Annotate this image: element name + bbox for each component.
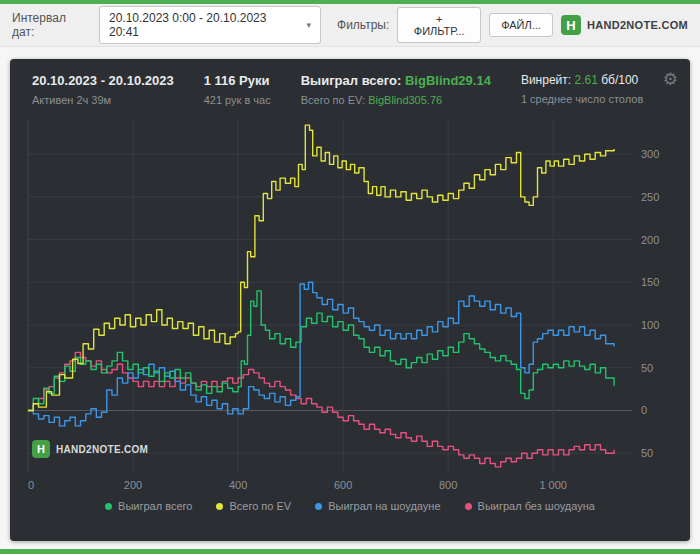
- x-axis-tick: 600: [334, 479, 352, 491]
- y-axis-tick: 250: [641, 191, 659, 203]
- stats-header: 20.10.2023 - 20.10.2023 Активен 2ч 39м 1…: [10, 59, 690, 114]
- stat-active-time: Активен 2ч 39м: [32, 94, 174, 106]
- won-total-value: BigBlind29.14: [405, 73, 491, 88]
- ev-total-label: Всего по EV:: [301, 94, 365, 106]
- brand-text: HAND2NOTE.COM: [587, 19, 688, 31]
- legend-label: Выиграл всего: [118, 500, 192, 512]
- y-axis-tick: 50: [641, 362, 653, 374]
- toolbar: Интервал дат: 20.10.2023 0:00 - 20.10.20…: [0, 4, 700, 47]
- y-axis-tick: 50: [641, 447, 653, 459]
- legend-item[interactable]: Выиграл на шоудауне: [315, 500, 440, 512]
- window-bottom-border: [0, 549, 700, 554]
- x-axis-tick: 800: [439, 479, 457, 491]
- legend-dot-icon: [465, 503, 472, 510]
- filters-label: Фильтры:: [337, 18, 389, 32]
- file-button[interactable]: ФАЙЛ...: [489, 13, 553, 37]
- watermark: H HAND2NOTE.COM: [32, 440, 148, 458]
- y-axis-tick: 200: [641, 234, 659, 246]
- date-range-select[interactable]: 20.10.2023 0:00 - 20.10.2023 20:41 ▾: [99, 6, 321, 44]
- won-total-label: Выиграл всего:: [301, 73, 402, 88]
- gear-icon[interactable]: ⚙: [663, 71, 678, 88]
- x-axis-tick: 1 000: [539, 479, 567, 491]
- date-range-value: 20.10.2023 0:00 - 20.10.2023 20:41: [109, 11, 299, 39]
- stat-hands: 1 116 Руки 421 рук в час: [204, 73, 271, 106]
- legend-dot-icon: [315, 503, 322, 510]
- add-filter-button[interactable]: + ФИЛЬТР...: [397, 7, 481, 43]
- legend-label: Выиграл на шоудауне: [328, 500, 440, 512]
- avg-tables: 1 среднее число столов: [521, 93, 643, 105]
- legend-label: Выиграл без шоудауна: [478, 500, 595, 512]
- legend-dot-icon: [105, 503, 112, 510]
- stat-winrate: Винрейт: 2.61 бб/100 1 среднее число сто…: [521, 73, 643, 105]
- legend-item[interactable]: Выиграл без шоудауна: [465, 500, 595, 512]
- legend-item[interactable]: Всего по EV: [216, 500, 291, 512]
- y-axis-tick: 300: [641, 148, 659, 160]
- legend-item[interactable]: Выиграл всего: [105, 500, 192, 512]
- legend-label: Всего по EV: [229, 500, 291, 512]
- series-line: [28, 282, 614, 426]
- chart-legend: Выиграл всегоВсего по EVВыиграл на шоуда…: [10, 496, 690, 512]
- brand: H HAND2NOTE.COM: [561, 15, 688, 35]
- hand2note-logo-icon: H: [561, 15, 581, 35]
- winrate-label: Винрейт:: [521, 73, 571, 87]
- interval-label: Интервал дат:: [12, 11, 91, 39]
- x-axis-tick: 400: [229, 479, 247, 491]
- legend-dot-icon: [216, 503, 223, 510]
- session-panel: ⚙ 20.10.2023 - 20.10.2023 Активен 2ч 39м…: [10, 59, 690, 541]
- stat-date: 20.10.2023 - 20.10.2023 Активен 2ч 39м: [32, 73, 174, 106]
- x-axis-tick: 0: [28, 479, 34, 491]
- chart-area: 3002502001501005005002004006008001 000 H…: [24, 114, 676, 496]
- stat-hands-count: 1 116 Руки: [204, 73, 271, 88]
- series-line: [28, 291, 614, 411]
- winrate-unit: бб/100: [601, 73, 638, 87]
- stat-winnings: Выиграл всего: BigBlind29.14 Всего по EV…: [301, 73, 491, 106]
- winrate-value: 2.61: [574, 73, 597, 87]
- ev-total-value: BigBlind305.76: [368, 94, 442, 106]
- y-axis-tick: 100: [641, 319, 659, 331]
- y-axis-tick: 150: [641, 276, 659, 288]
- watermark-text: HAND2NOTE.COM: [56, 444, 148, 455]
- stat-hands-rate: 421 рук в час: [204, 94, 271, 106]
- chevron-down-icon: ▾: [307, 20, 312, 30]
- stat-date-range: 20.10.2023 - 20.10.2023: [32, 73, 174, 88]
- y-axis-tick: 0: [641, 404, 647, 416]
- winnings-chart[interactable]: 3002502001501005005002004006008001 000: [24, 114, 676, 496]
- x-axis-tick: 200: [124, 479, 142, 491]
- hand2note-logo-icon: H: [32, 440, 50, 458]
